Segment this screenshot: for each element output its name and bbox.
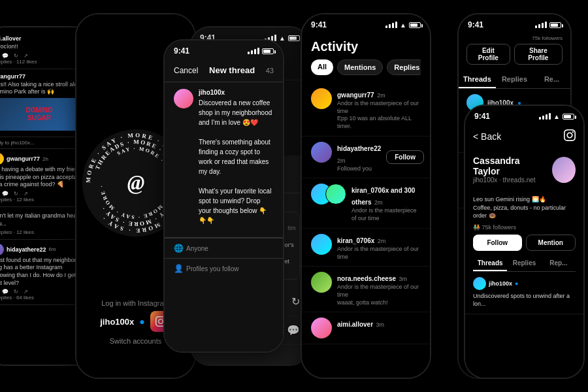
share-icon[interactable]: ↗ (24, 289, 28, 295)
back-button[interactable]: < Back (473, 131, 501, 142)
composer-avatar (174, 89, 193, 108)
repost-icon[interactable]: ↻ (14, 53, 18, 59)
status-time: 9:41 (468, 20, 483, 29)
feed-username[interactable]: imi.allover (0, 35, 22, 42)
activity-text: Andor is the masterpiece of our time (351, 207, 421, 222)
activity-text: Followed you (337, 165, 381, 173)
share-icon[interactable]: ↗ (24, 191, 28, 197)
composer-username: jiho100x (199, 89, 274, 96)
avatar (311, 272, 332, 293)
profile-handle: jiho100x · threads.net (473, 176, 542, 184)
feed-username[interactable]: hidayathere22 (7, 246, 46, 253)
edit-profile-button[interactable]: Edit Profile (466, 44, 510, 65)
battery-icon (409, 22, 421, 28)
tab-replies[interactable]: Replies (387, 59, 421, 75)
globe-icon: 🌐 (174, 244, 184, 253)
avatar (311, 318, 332, 338)
activity-item: hidayathere22 2m Followed you Follow (302, 137, 430, 179)
share-icon[interactable]: ↗ (24, 53, 28, 59)
battery-icon (563, 114, 574, 120)
follow-button[interactable]: Follow (473, 235, 522, 251)
comment-icon[interactable]: 💬 (2, 191, 8, 197)
tab-threads[interactable]: Threads (473, 256, 507, 271)
activity-username[interactable]: kiran_0706x and 300 others (351, 187, 415, 206)
activity-username[interactable]: kiran_0706x (337, 237, 374, 244)
tab-re[interactable]: Re... (533, 71, 570, 88)
activity-item: aimi.allover 3m (302, 312, 430, 344)
feed-username[interactable]: gwangurr77 (7, 155, 40, 162)
wifi-icon: ▲ (400, 22, 406, 29)
page-title: Activity (311, 39, 421, 54)
activity-username[interactable]: aimi.allover (337, 321, 373, 328)
verified-icon: ● (515, 280, 518, 287)
tab-replies[interactable]: Replies (507, 256, 541, 271)
multi-avatar (311, 184, 346, 204)
status-time: 9:41 (474, 112, 490, 121)
activity-text: Andor is the masterpiece of our timeEpp … (337, 100, 421, 131)
svg-text:@: @ (127, 171, 144, 194)
signal-icon (535, 22, 547, 28)
comment-icon[interactable]: 💬 (2, 289, 8, 295)
activity-text: Andor is the masterpiece of our time (337, 246, 421, 261)
signal-icon (248, 48, 259, 54)
instagram-icon[interactable] (564, 129, 576, 144)
quote-icon: 💬 (287, 324, 300, 336)
activity-username[interactable]: gwangurr77 (337, 91, 374, 99)
mention-button[interactable]: Mention (526, 235, 576, 251)
profile-avatar (552, 157, 576, 183)
char-count: 43 (266, 67, 274, 74)
follow-button[interactable]: Follow (386, 150, 424, 164)
profile-name: Cassandra Taylor (473, 155, 542, 176)
avatar (311, 142, 332, 163)
composer-input[interactable]: Discovered a new coffee shop in my neigh… (199, 98, 274, 225)
battery-icon (262, 48, 274, 54)
wifi-icon: ▲ (553, 113, 560, 120)
post-avatar (473, 277, 486, 290)
new-thread-title: New thread (209, 65, 255, 75)
activity-item: kiran_0706x 2m Andor is the masterpiece … (302, 229, 430, 267)
tab-all[interactable]: All (311, 59, 333, 75)
person-icon: 👤 (174, 264, 184, 273)
activity-text: Andor is the masterpiece of our timewaaa… (337, 284, 421, 306)
login-username[interactable]: jiho100x (100, 317, 134, 327)
avatar (311, 234, 332, 255)
profile-bio: Leo sun Gemini rising 🌅🔥Coffee, pizza, d… (473, 195, 576, 220)
post-username[interactable]: jiho100x (489, 280, 512, 287)
tab-rep[interactable]: Rep... (542, 256, 576, 271)
audience-anyone[interactable]: 🌐 Anyone (165, 238, 283, 258)
feed-username[interactable]: gwangurr77 (0, 73, 25, 80)
thread-post: jiho100x ● Undiscovered spots to unwind … (465, 272, 583, 314)
tab-threads[interactable]: Threads (459, 71, 496, 88)
phone-new-thread: 9:41 Cancel New thread 43 jiho100x (163, 39, 284, 353)
followers-count: 75k followers (459, 33, 570, 44)
share-profile-button[interactable]: Share Profile (514, 44, 563, 65)
tab-replies[interactable]: Replies (496, 71, 533, 88)
activity-item: gwangurr77 2m Andor is the masterpiece o… (302, 83, 430, 137)
activity-item: kiran_0706x and 300 others 2m Andor is t… (302, 178, 430, 228)
tab-mentions[interactable]: Mentions (337, 59, 383, 75)
battery-icon (288, 35, 300, 41)
phone-profile-detail: 9:41 ▲ < Back (464, 105, 585, 379)
post-text: Undiscovered spots to unwind after a lon… (473, 292, 576, 308)
phone-activity: 9:41 ▲ Activity All Mentions Replies Ver… (301, 13, 431, 379)
activity-item: nora.needs.cheese 3m Andor is the master… (302, 267, 430, 312)
activity-username[interactable]: nora.needs.cheese (337, 275, 396, 282)
repost-icon[interactable]: ↻ (14, 191, 18, 197)
status-time: 9:41 (174, 46, 189, 56)
comment-icon[interactable]: 💬 (2, 53, 8, 59)
audience-profiles[interactable]: 👤 Profiles you follow (165, 258, 283, 278)
status-time: 9:41 (311, 20, 327, 29)
avatar (311, 88, 332, 109)
repost-option-icon: ↻ (291, 295, 300, 308)
repost-icon[interactable]: ↻ (14, 289, 18, 295)
signal-icon (385, 22, 397, 28)
followers-count: 🧑‍🤝‍🧑 75k followers (473, 224, 576, 231)
cancel-button[interactable]: Cancel (174, 66, 198, 75)
battery-icon (549, 22, 561, 28)
signal-icon (539, 113, 551, 120)
activity-username[interactable]: hidayathere22 (337, 145, 381, 152)
feed-text: révocíon!! (0, 43, 86, 51)
